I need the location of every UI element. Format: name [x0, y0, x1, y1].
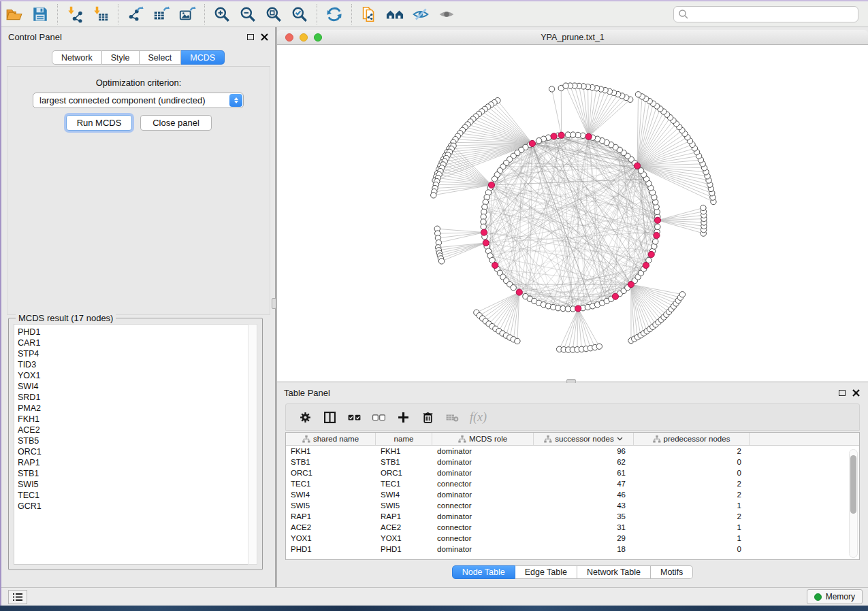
export-image-button[interactable]: [176, 3, 199, 25]
table-row[interactable]: TEC1TEC1connector472: [286, 478, 859, 489]
tab-mcds[interactable]: MCDS: [181, 50, 225, 65]
result-item[interactable]: ACE2: [18, 425, 248, 435]
memory-button[interactable]: Memory: [807, 589, 863, 604]
tab-network[interactable]: Network: [52, 50, 102, 65]
delete-column-button[interactable]: [415, 406, 440, 429]
network-node[interactable]: [492, 176, 497, 182]
network-node[interactable]: [596, 344, 602, 349]
tab-style[interactable]: Style: [102, 50, 140, 65]
export-network-button[interactable]: [124, 3, 147, 25]
mcds-node[interactable]: [654, 232, 660, 238]
table-scrollbar[interactable]: [849, 449, 858, 558]
float-panel-icon[interactable]: [247, 34, 254, 40]
add-column-button[interactable]: [391, 406, 415, 429]
function-builder-button[interactable]: f(x): [470, 410, 487, 425]
result-item[interactable]: ORC1: [18, 446, 248, 457]
network-node[interactable]: [652, 239, 658, 244]
mcds-node[interactable]: [529, 140, 535, 146]
network-node[interactable]: [655, 224, 660, 229]
result-item[interactable]: CAR1: [18, 337, 248, 348]
result-item[interactable]: PMA2: [18, 403, 248, 414]
close-table-panel-icon[interactable]: [852, 389, 860, 397]
network-node[interactable]: [565, 132, 570, 137]
network-node[interactable]: [549, 86, 554, 92]
mcds-node[interactable]: [516, 289, 522, 295]
unselect-all-columns-button[interactable]: [366, 406, 391, 429]
network-window-titlebar[interactable]: YPA_prune.txt_1: [277, 30, 868, 45]
zoom-in-button[interactable]: [210, 3, 234, 25]
zoom-out-button[interactable]: [236, 3, 259, 25]
tab-motifs[interactable]: Motifs: [651, 565, 693, 579]
table-row[interactable]: STB1STB1dominator620: [286, 457, 859, 467]
close-panel-icon[interactable]: [261, 33, 268, 41]
column-header-name[interactable]: name: [376, 433, 432, 445]
delete-table-button[interactable]: [440, 406, 464, 429]
result-item[interactable]: SWI5: [18, 479, 248, 490]
column-header-MCDS-role[interactable]: MCDS role: [432, 433, 534, 445]
save-session-button[interactable]: [29, 3, 52, 25]
refresh-button[interactable]: [323, 3, 346, 25]
table-row[interactable]: YOX1YOX1connector291: [286, 533, 859, 544]
result-item[interactable]: YOX1: [18, 370, 248, 381]
vertical-splitter-grip[interactable]: [272, 298, 276, 309]
result-item[interactable]: SWI4: [18, 381, 248, 392]
network-node[interactable]: [438, 259, 444, 264]
select-all-columns-button[interactable]: [342, 406, 366, 429]
mcds-node[interactable]: [648, 251, 654, 257]
table-row[interactable]: SWI5SWI5connector431: [286, 500, 859, 511]
zoom-fit-button[interactable]: [262, 3, 285, 25]
network-canvas[interactable]: [277, 45, 868, 381]
result-item[interactable]: STB5: [18, 435, 248, 446]
mcds-node[interactable]: [654, 217, 660, 223]
result-item[interactable]: PHD1: [18, 327, 248, 337]
result-item[interactable]: STP4: [18, 348, 248, 359]
column-header-shared-name[interactable]: shared name: [286, 433, 376, 445]
network-node[interactable]: [515, 338, 520, 344]
tab-node-table[interactable]: Node Table: [452, 565, 515, 579]
export-table-button[interactable]: [150, 3, 173, 25]
network-node[interactable]: [431, 193, 436, 198]
mcds-node[interactable]: [483, 240, 489, 246]
table-row[interactable]: ORC1ORC1dominator610: [286, 467, 859, 478]
mcds-node[interactable]: [628, 281, 634, 287]
first-neighbors-button[interactable]: [383, 3, 406, 25]
network-node[interactable]: [481, 224, 486, 229]
table-options-button[interactable]: [293, 406, 317, 429]
run-mcds-button[interactable]: Run MCDS: [66, 115, 132, 131]
mcds-node[interactable]: [575, 306, 581, 312]
table-row[interactable]: SWI4SWI4dominator462: [286, 489, 859, 500]
zoom-selected-button[interactable]: [288, 3, 311, 25]
open-file-button[interactable]: [3, 3, 26, 25]
result-item[interactable]: RAP1: [18, 457, 248, 468]
result-item[interactable]: FKH1: [18, 414, 248, 425]
result-item[interactable]: GCR1: [18, 501, 248, 512]
result-list-scrollbar[interactable]: [248, 324, 257, 565]
quick-search-input[interactable]: [673, 6, 858, 22]
mcds-result-list[interactable]: PHD1CAR1STP4TID3YOX1SWI4SRD1PMA2FKH1ACE2…: [14, 324, 249, 565]
mcds-node[interactable]: [492, 262, 498, 268]
mcds-node[interactable]: [488, 182, 494, 188]
result-item[interactable]: TEC1: [18, 490, 248, 501]
column-header-predecessor-nodes[interactable]: predecessor nodes: [634, 433, 750, 445]
tab-network-table[interactable]: Network Table: [577, 565, 651, 579]
tab-select[interactable]: Select: [140, 50, 182, 65]
network-node[interactable]: [563, 83, 568, 88]
optimization-criterion-select[interactable]: largest connected component (undirected): [33, 93, 244, 108]
mcds-node[interactable]: [558, 132, 564, 138]
mcds-node[interactable]: [585, 133, 592, 139]
show-hidden-button[interactable]: [435, 3, 458, 25]
network-node[interactable]: [701, 205, 706, 210]
table-row[interactable]: RAP1RAP1dominator352: [286, 511, 859, 522]
show-columns-button[interactable]: [317, 406, 342, 429]
table-row[interactable]: FKH1FKH1dominator962: [286, 446, 859, 457]
import-network-button[interactable]: [63, 3, 86, 25]
network-node[interactable]: [679, 292, 685, 297]
mcds-node[interactable]: [643, 262, 649, 268]
close-panel-button[interactable]: Close panel: [140, 115, 212, 131]
table-scrollbar-thumb[interactable]: [850, 455, 856, 514]
panel-menu-button[interactable]: [8, 590, 27, 604]
mcds-node[interactable]: [551, 133, 557, 139]
clone-network-button[interactable]: [357, 3, 381, 25]
mcds-node[interactable]: [481, 229, 487, 235]
tab-edge-table[interactable]: Edge Table: [515, 565, 577, 579]
